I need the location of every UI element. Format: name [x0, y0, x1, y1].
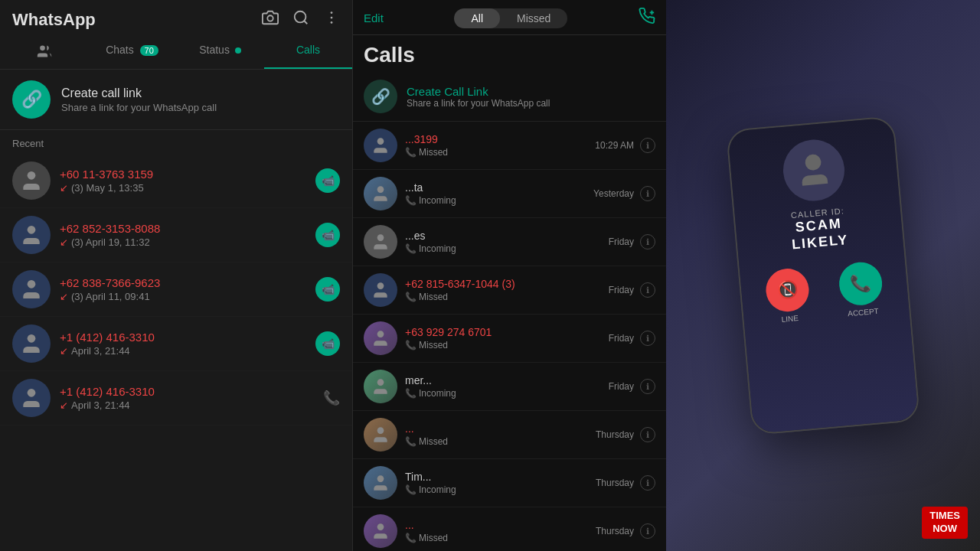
call-info: +1 (412) 416-3310 ↙ April 3, 21:44 — [60, 331, 306, 357]
avatar — [12, 324, 51, 363]
decline-label: LINE — [781, 314, 799, 324]
app-title: WhatsApp — [12, 10, 96, 30]
link-icon: 🔗 — [12, 80, 51, 119]
middle-link-text: Create Call Link Share a link for your W… — [407, 85, 550, 109]
tab-calls[interactable]: Calls — [264, 36, 352, 69]
middle-call-item[interactable]: ...3199 📞 Missed 10:29 AM ℹ — [353, 122, 666, 170]
middle-call-item[interactable]: ... 📞 Missed Thursday ℹ — [353, 507, 666, 551]
middle-call-sub: 📞 Missed — [405, 340, 601, 350]
times-now-badge: TIMESNOW — [922, 507, 968, 539]
call-name: +62 852-3153-8088 — [60, 222, 306, 235]
left-call-item[interactable]: +60 11-3763 3159 ↙ (3) May 1, 13:35 📹 — [0, 154, 352, 208]
video-call-icon[interactable]: 📹 — [315, 277, 340, 302]
create-call-link-item[interactable]: 🔗 Create call link Share a link for your… — [0, 70, 352, 130]
video-call-icon[interactable]: 📹 — [315, 168, 340, 193]
middle-top-bar: Edit All Missed — [353, 0, 666, 35]
middle-create-link[interactable]: 🔗 Create Call Link Share a link for your… — [353, 72, 666, 122]
svg-point-8 — [28, 226, 36, 234]
phone-call-icon[interactable]: 📞 — [323, 390, 340, 406]
search-icon[interactable] — [292, 9, 309, 30]
middle-call-item[interactable]: mer... 📞 Incoming Friday ℹ — [353, 363, 666, 411]
info-icon[interactable]: ℹ — [640, 427, 655, 442]
header-icons — [262, 9, 340, 30]
middle-call-right: Friday ℹ — [609, 379, 655, 394]
svg-point-4 — [331, 17, 333, 19]
middle-call-name: Tim... — [405, 471, 588, 483]
middle-call-sub: 📞 Incoming — [405, 484, 588, 495]
middle-call-item[interactable]: ...es 📞 Incoming Friday ℹ — [353, 218, 666, 266]
svg-point-7 — [28, 171, 36, 180]
new-call-button[interactable] — [639, 8, 655, 28]
chats-badge: 70 — [140, 45, 158, 56]
middle-call-sub: 📞 Missed — [405, 436, 588, 447]
filter-all-button[interactable]: All — [454, 8, 500, 28]
svg-point-22 — [377, 523, 384, 530]
video-call-icon[interactable]: 📹 — [315, 223, 340, 247]
middle-call-item[interactable]: +63 929 274 6701 📞 Missed Friday ℹ — [353, 315, 666, 363]
middle-call-sub: 📞 Incoming — [405, 243, 601, 254]
call-name: +1 (412) 416-3310 — [60, 385, 314, 398]
avatar — [12, 379, 51, 417]
tab-status[interactable]: Status — [176, 36, 264, 69]
info-icon[interactable]: ℹ — [640, 523, 655, 539]
call-meta: ↙ (3) April 11, 09:41 — [60, 291, 306, 302]
info-icon[interactable]: ℹ — [640, 331, 655, 346]
edit-button[interactable]: Edit — [364, 11, 384, 24]
middle-call-name: ...3199 — [405, 133, 587, 145]
info-icon[interactable]: ℹ — [640, 475, 655, 491]
svg-point-14 — [377, 138, 384, 145]
decline-button[interactable]: 📵 — [764, 267, 811, 314]
video-call-icon[interactable]: 📹 — [315, 331, 340, 356]
tab-chats[interactable]: Chats 70 — [88, 36, 176, 69]
middle-panel: Edit All Missed Calls 🔗 Create Call Link… — [352, 0, 666, 551]
right-panel: CALLER ID: SCAMLIKELY 📵 LINE 📞 ACCEPT TI… — [666, 0, 980, 551]
middle-call-sub: 📞 Missed — [405, 147, 587, 158]
info-icon[interactable]: ℹ — [640, 234, 655, 249]
call-info: +62 838-7366-9623 ↙ (3) April 11, 09:41 — [60, 276, 306, 302]
svg-line-2 — [304, 21, 307, 24]
middle-call-item[interactable]: ...ta 📞 Incoming Yesterday ℹ — [353, 170, 666, 218]
info-icon[interactable]: ℹ — [640, 282, 655, 298]
accept-button[interactable]: 📞 — [838, 261, 884, 308]
svg-point-0 — [267, 15, 273, 21]
info-icon[interactable]: ℹ — [640, 138, 655, 153]
avatar — [12, 216, 51, 254]
middle-call-info: ...es 📞 Incoming — [405, 230, 601, 254]
middle-call-name: ... — [405, 519, 588, 531]
middle-call-name: +62 815-6347-1044 (3) — [405, 278, 601, 290]
left-call-item[interactable]: +62 852-3153-8088 ↙ (3) April 19, 11:32 … — [0, 208, 352, 262]
left-call-item[interactable]: +62 838-7366-9623 ↙ (3) April 11, 09:41 … — [0, 262, 352, 317]
middle-avatar — [364, 321, 397, 355]
tab-people[interactable] — [0, 36, 88, 69]
info-icon[interactable]: ℹ — [640, 186, 655, 201]
middle-call-info: ... 📞 Missed — [405, 422, 588, 447]
middle-call-right: Friday ℹ — [609, 282, 655, 298]
middle-call-item[interactable]: +62 815-6347-1044 (3) 📞 Missed Friday ℹ — [353, 266, 666, 315]
camera-icon[interactable] — [262, 9, 279, 30]
info-icon[interactable]: ℹ — [640, 379, 655, 394]
middle-call-item[interactable]: ... 📞 Missed Thursday ℹ — [353, 411, 666, 459]
call-info: +62 852-3153-8088 ↙ (3) April 19, 11:32 — [60, 222, 306, 248]
middle-avatar — [364, 466, 397, 500]
left-call-item[interactable]: +1 (412) 416-3310 ↙ April 3, 21:44 📞 — [0, 371, 352, 425]
svg-point-11 — [28, 389, 36, 397]
middle-call-item[interactable]: Tim... 📞 Incoming Thursday ℹ — [353, 459, 666, 507]
left-call-item[interactable]: +1 (412) 416-3310 ↙ April 3, 21:44 📹 — [0, 317, 352, 371]
svg-point-16 — [377, 234, 384, 241]
middle-call-right: Thursday ℹ — [596, 523, 655, 539]
middle-avatar — [364, 418, 397, 452]
svg-point-1 — [295, 11, 306, 23]
middle-avatar — [364, 273, 397, 307]
middle-call-list: ...3199 📞 Missed 10:29 AM ℹ ...ta 📞 Inco — [353, 122, 666, 551]
call-buttons: 📵 LINE 📞 ACCEPT — [764, 261, 885, 325]
middle-call-right: Friday ℹ — [609, 331, 655, 346]
svg-point-19 — [377, 379, 384, 386]
more-icon[interactable] — [323, 9, 340, 30]
middle-call-name: ...es — [405, 230, 601, 242]
middle-avatar — [364, 129, 397, 162]
filter-missed-button[interactable]: Missed — [500, 8, 567, 28]
middle-call-info: ...ta 📞 Incoming — [405, 181, 586, 206]
middle-call-sub: 📞 Incoming — [405, 195, 586, 206]
phone-mockup: CALLER ID: SCAMLIKELY 📵 LINE 📞 ACCEPT — [726, 116, 920, 435]
call-meta: ↙ (3) April 19, 11:32 — [60, 236, 306, 248]
